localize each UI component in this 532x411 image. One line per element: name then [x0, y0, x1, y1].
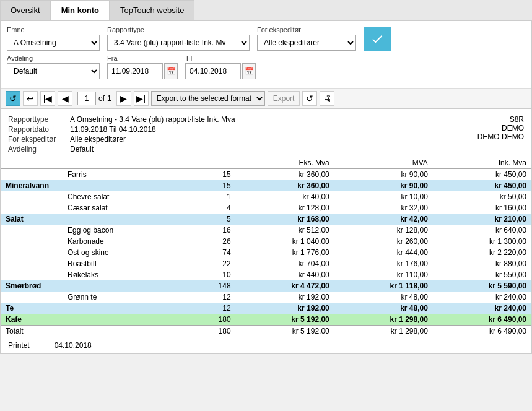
confirm-button[interactable] — [364, 27, 391, 51]
table-row: Røkelaks 10 kr 440,00 kr 110,00 kr 550,0… — [1, 269, 531, 280]
meta-avdeling-label: Avdeling — [8, 145, 70, 154]
meta-right-mid: DEMO — [477, 124, 524, 132]
report-meta-right: S8R DEMO DEMO DEMO — [477, 115, 524, 155]
til-input[interactable] — [185, 63, 241, 79]
table-row: Kafe 180 kr 5 192,00 kr 1 298,00 kr 6 49… — [1, 314, 531, 326]
toolbar: ↺ ↩ |◀ ◀ of 1 ▶ ▶| Export to the selecte… — [1, 89, 531, 109]
fra-input[interactable] — [107, 63, 163, 79]
meta-right-bot: DEMO DEMO — [477, 132, 524, 141]
avdeling-select[interactable]: Default — [7, 63, 100, 79]
filter-area: Emne A Omsetning Rapporttype 3.4 Vare (p… — [1, 21, 531, 89]
table-row: Smørbrød 148 kr 4 472,00 kr 1 118,00 kr … — [1, 280, 531, 292]
meta-right-top: S8R — [477, 115, 524, 124]
print-button[interactable]: 🖨 — [320, 91, 334, 106]
fra-group: Fra 📅 — [107, 54, 178, 79]
table-row: Farris 15 kr 360,00 kr 90,00 kr 450,00 — [1, 169, 531, 181]
main-container: Emne A Omsetning Rapporttype 3.4 Vare (p… — [0, 20, 532, 354]
til-group: Til 📅 — [185, 54, 256, 79]
tab-bar: Oversikt Min konto TopTouch website — [0, 0, 532, 20]
table-row: Mineralvann 15 kr 360,00 kr 90,00 kr 450… — [1, 180, 531, 191]
emne-group: Emne A Omsetning — [7, 26, 100, 51]
col-header-mva: MVA — [334, 157, 433, 169]
page-of: of — [98, 94, 105, 103]
til-label: Til — [185, 54, 256, 62]
fra-calendar-button[interactable]: 📅 — [164, 63, 178, 79]
emne-select[interactable]: A Omsetning — [7, 35, 100, 51]
for-ekspeditør-group: For ekspeditør Alle ekspeditører — [257, 26, 356, 51]
col-header-qty — [190, 157, 236, 169]
table-row: Cæsar salat 4 kr 128,00 kr 32,00 kr 160,… — [1, 202, 531, 214]
table-row: Totalt 180 kr 5 192,00 kr 1 298,00 kr 6 … — [1, 326, 531, 337]
printed-value: 04.10.2018 — [55, 341, 92, 350]
footer: Printet 04.10.2018 — [1, 337, 531, 353]
export-format-select[interactable]: Export to the selected format — [151, 91, 265, 106]
refresh-button[interactable]: ↺ — [6, 91, 20, 106]
meta-rapporttype-label: Rapporttype — [8, 115, 70, 124]
tab-oversikt[interactable]: Oversikt — [0, 0, 51, 20]
for-ekspeditør-label: For ekspeditør — [257, 26, 356, 33]
export-button[interactable]: Export — [268, 91, 300, 106]
meta-for-label: For ekspeditør — [8, 135, 70, 144]
emne-label: Emne — [7, 26, 100, 33]
prev-page-button[interactable]: ◀ — [58, 91, 72, 106]
table-row: Roastbiff 22 kr 704,00 kr 176,00 kr 880,… — [1, 258, 531, 269]
meta-rapportdato-value: 11.09.2018 Til 04.10.2018 — [70, 125, 156, 134]
meta-for-value: Alle ekspeditører — [70, 135, 126, 144]
report-table: Eks. Mva MVA Ink. Mva Farris 15 kr 360,0… — [1, 157, 531, 337]
next-page-button[interactable]: ▶ — [116, 91, 131, 106]
table-row: Salat 5 kr 168,00 kr 42,00 kr 210,00 — [1, 214, 531, 225]
table-row: Chevre salat 1 kr 40,00 kr 10,00 kr 50,0… — [1, 191, 531, 202]
avdeling-group: Avdeling Default — [7, 54, 100, 79]
for-ekspeditør-select[interactable]: Alle ekspeditører — [257, 35, 356, 51]
fra-label: Fra — [107, 54, 178, 62]
rapporttype-group: Rapporttype 3.4 Vare (plu) rapport-liste… — [107, 26, 250, 51]
table-row: Karbonade 26 kr 1 040,00 kr 260,00 kr 1 … — [1, 236, 531, 247]
rapporttype-select[interactable]: 3.4 Vare (plu) rapport-liste Ink. Mv — [107, 35, 250, 51]
first-page-button[interactable]: |◀ — [40, 91, 55, 106]
meta-avdeling-value: Default — [70, 145, 94, 154]
meta-rapportdato-label: Rapportdato — [8, 125, 70, 134]
refresh2-button[interactable]: ↺ — [302, 91, 317, 106]
report-header: Rapporttype A Omsetning - 3.4 Vare (plu)… — [1, 109, 531, 157]
meta-rapporttype-value: A Omsetning - 3.4 Vare (plu) rapport-lis… — [70, 115, 235, 124]
table-row: Egg og bacon 16 kr 512,00 kr 128,00 kr 6… — [1, 225, 531, 236]
page-info: of 1 — [77, 92, 111, 105]
report-meta-left: Rapporttype A Omsetning - 3.4 Vare (plu)… — [8, 115, 235, 155]
back-button[interactable]: ↩ — [23, 91, 38, 106]
tab-minkonto[interactable]: Min konto — [51, 0, 110, 20]
col-header-eks: Eks. Mva — [236, 157, 334, 169]
table-row: Te 12 kr 192,00 kr 48,00 kr 240,00 — [1, 303, 531, 314]
page-total: 1 — [107, 94, 111, 103]
page-number-input[interactable] — [77, 92, 96, 105]
col-header-ink: Ink. Mva — [433, 157, 531, 169]
avdeling-label: Avdeling — [7, 54, 100, 62]
table-row: Grønn te 12 kr 192,00 kr 48,00 kr 240,00 — [1, 292, 531, 303]
til-calendar-button[interactable]: 📅 — [242, 63, 256, 79]
rapporttype-label: Rapporttype — [107, 26, 250, 33]
table-row: Ost og skine 74 kr 1 776,00 kr 444,00 kr… — [1, 247, 531, 258]
tab-toptouch[interactable]: TopTouch website — [110, 0, 194, 20]
last-page-button[interactable]: ▶| — [134, 91, 149, 106]
printed-label: Printet — [8, 341, 30, 350]
